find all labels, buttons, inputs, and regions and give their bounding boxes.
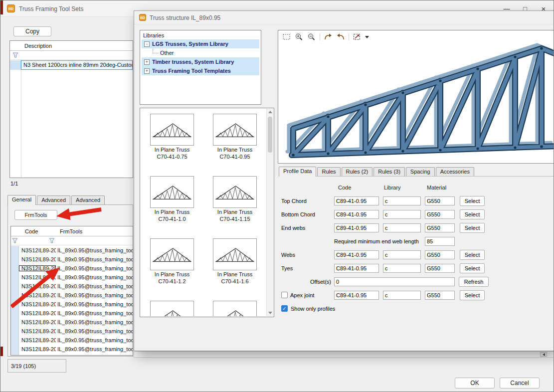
- tree-item-truss-templates[interactable]: + Truss Framing Tool Templates: [142, 66, 259, 75]
- scrollbar-arrow-button[interactable]: [540, 352, 547, 357]
- tools-table-row[interactable]: N3S12IL89-20 IL_89x0.95@truss_framing_to…: [11, 336, 133, 345]
- show-only-profiles-checkbox[interactable]: [281, 305, 288, 312]
- scroll-up-icon[interactable]: [268, 111, 272, 113]
- refresh-button[interactable]: Refresh: [459, 277, 489, 287]
- library-input[interactable]: [383, 210, 421, 219]
- tree-item-lgs-trusses[interactable]: - LGS Trusses, System Library: [142, 39, 259, 48]
- frmtools-table[interactable]: Code FrmTools N3S12IL89-20 IL_89x0.95@tr…: [10, 226, 133, 356]
- material-input[interactable]: [425, 210, 455, 219]
- tree-item-timber-trusses[interactable]: + Timber trusses, System Library: [142, 57, 259, 66]
- gallery-scrollbar[interactable]: [266, 109, 273, 316]
- tools-table-row[interactable]: N3S12IL89-20 IL_89x0.95@truss_framing_to…: [11, 246, 133, 255]
- code-input[interactable]: [334, 223, 379, 232]
- filter-funnel-icon[interactable]: [49, 238, 55, 243]
- dialog-titlebar[interactable]: BD Truss structure IL_89x0.95: [134, 11, 554, 24]
- gallery-item[interactable]: In Plane Truss C70-41-1.6: [205, 238, 265, 301]
- chevron-down-icon[interactable]: [365, 36, 369, 38]
- code-input[interactable]: [334, 210, 379, 219]
- tools-table-row[interactable]: N3S12IL89-20 IL_89x0.95@truss_framing_to…: [11, 309, 133, 318]
- frmtools-table-header[interactable]: Code FrmTools: [11, 226, 133, 236]
- scroll-down-icon[interactable]: [268, 312, 272, 314]
- select-button[interactable]: Select: [460, 250, 485, 260]
- library-input[interactable]: [383, 223, 421, 232]
- horizontal-scrollbar[interactable]: [134, 351, 554, 358]
- main-tab[interactable]: Advanced: [71, 196, 105, 204]
- material-input[interactable]: [425, 223, 455, 232]
- tools-table-row[interactable]: N3S12IL89-20 IL_89x0.95@truss_framing_to…: [11, 255, 133, 264]
- zoom-in-icon[interactable]: [295, 33, 304, 41]
- gallery-item[interactable]: [205, 301, 265, 316]
- zoom-window-icon[interactable]: [282, 33, 291, 41]
- select-button[interactable]: Select: [460, 196, 485, 206]
- tools-table-row[interactable]: N3S12IL89-20 IL_89x0.95@truss_framing_to…: [11, 318, 133, 327]
- scrollbar-thumb[interactable]: [268, 117, 272, 153]
- material-input[interactable]: [425, 264, 455, 273]
- expand-icon[interactable]: +: [144, 68, 150, 74]
- library-input[interactable]: [383, 291, 421, 300]
- main-tab[interactable]: General: [7, 195, 36, 205]
- gallery-item[interactable]: In Plane Truss C70-41-0.95: [205, 114, 265, 176]
- tools-table-row[interactable]: N3S12IL89-20 IL_89x0.95@truss_framing_to…: [11, 345, 133, 354]
- select-button[interactable]: Select: [460, 263, 485, 273]
- code-input[interactable]: [334, 250, 379, 259]
- description-filter-row[interactable]: [10, 51, 133, 60]
- profile-tab[interactable]: Profile Data: [279, 167, 316, 177]
- code-header-label[interactable]: Code: [11, 228, 56, 234]
- select-button[interactable]: Select: [460, 223, 485, 233]
- min-end-web-input[interactable]: [425, 237, 455, 246]
- libraries-header: Libraries: [140, 31, 261, 39]
- expand-icon[interactable]: +: [144, 59, 150, 65]
- ok-button[interactable]: OK: [455, 378, 495, 389]
- code-input[interactable]: [334, 196, 379, 205]
- profile-tab[interactable]: Spacing: [406, 167, 435, 176]
- zoom-extents-icon[interactable]: [353, 33, 362, 41]
- cancel-button[interactable]: Cancel: [500, 378, 540, 389]
- previous-view-icon[interactable]: [336, 33, 345, 41]
- material-input[interactable]: [425, 196, 455, 205]
- material-input[interactable]: [425, 250, 455, 259]
- apex-joint-checkbox[interactable]: [281, 292, 288, 298]
- libraries-tree[interactable]: Libraries - LGS Trusses, System Library …: [140, 30, 261, 105]
- tools-table-row[interactable]: N3S12IL89-20 IL_89x0.95@truss_framing_to…: [11, 300, 133, 309]
- library-input[interactable]: [383, 196, 421, 205]
- gallery-item[interactable]: In Plane Truss C70-41-1.2: [142, 238, 202, 301]
- zoom-out-icon[interactable]: [307, 33, 316, 41]
- tools-table-row[interactable]: N3S12IL89-20 IL_89x0.95@truss_framing_to…: [11, 282, 133, 291]
- select-button[interactable]: Select: [460, 209, 485, 219]
- select-button[interactable]: Select: [460, 290, 485, 300]
- next-view-icon[interactable]: [324, 33, 333, 41]
- description-table[interactable]: Description N3 Sheet 1200crs inline 89mm…: [9, 40, 133, 178]
- tools-table-row[interactable]: N3S12IL89-20 IL_89x0.95@truss_framing_to…: [11, 354, 133, 356]
- library-input[interactable]: [383, 250, 421, 259]
- code-input[interactable]: [334, 291, 379, 300]
- profile-tab[interactable]: Rules (2): [342, 167, 373, 176]
- filter-funnel-icon[interactable]: [12, 238, 18, 243]
- main-tab[interactable]: Advanced: [37, 196, 70, 204]
- frmtools-button[interactable]: FrmTools: [14, 210, 57, 220]
- tools-table-row[interactable]: N3S12IL89-20 IL_89x0.95@truss_framing_to…: [11, 264, 133, 273]
- tools-table-row[interactable]: N3S12IL89-20 IL_89x0.95@truss_framing_to…: [11, 327, 133, 336]
- tree-item-other[interactable]: Other: [142, 48, 259, 57]
- description-row-selected[interactable]: N3 Sheet 1200crs inline 89mm 20deg-Custo…: [10, 60, 133, 70]
- gallery-item[interactable]: In Plane Truss C70-41-1.0: [142, 176, 202, 238]
- collapse-icon[interactable]: -: [144, 41, 150, 47]
- gallery-item[interactable]: In Plane Truss C70-41-1.15: [205, 176, 265, 238]
- truss-3d-viewport[interactable]: [278, 30, 554, 164]
- profile-tab[interactable]: Accessories: [436, 167, 474, 176]
- copy-button[interactable]: Copy: [13, 26, 51, 36]
- gallery-item[interactable]: [142, 301, 202, 316]
- profile-tab[interactable]: Rules: [317, 167, 340, 176]
- code-input[interactable]: [334, 264, 379, 273]
- filter-funnel-icon[interactable]: [12, 52, 18, 58]
- library-input[interactable]: [383, 264, 421, 273]
- gallery-item-name: In Plane Truss: [155, 147, 189, 153]
- tools-table-row[interactable]: N3S12IL89-20 IL_89x0.95@truss_framing_to…: [11, 273, 133, 282]
- frmtools-filter-row[interactable]: [11, 236, 133, 245]
- description-table-header[interactable]: Description: [10, 41, 133, 51]
- offset-input[interactable]: [334, 277, 455, 286]
- gallery-item[interactable]: In Plane Truss C70-41-0.75: [142, 114, 202, 176]
- profile-tab[interactable]: Rules (3): [373, 167, 405, 176]
- material-input[interactable]: [425, 291, 455, 300]
- tools-table-row[interactable]: N3S12IL89-20 IL_89x0.95@truss_framing_to…: [11, 291, 133, 300]
- frmtools-header-label[interactable]: FrmTools: [56, 228, 82, 234]
